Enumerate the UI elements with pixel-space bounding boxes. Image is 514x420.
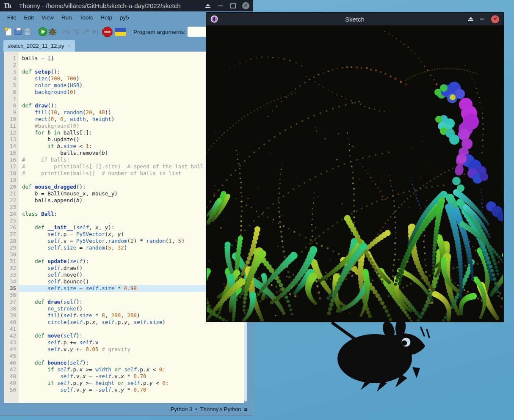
tab-sketch-file[interactable]: sketch_2022_11_12.py × bbox=[3, 40, 75, 52]
line-number: 44 bbox=[4, 346, 16, 353]
line-number: 16 bbox=[4, 156, 16, 163]
sketch-window: Sketch ✕ bbox=[206, 13, 503, 322]
line-number: 45 bbox=[4, 353, 16, 360]
line-number: 26 bbox=[4, 224, 16, 231]
line-number: 9 bbox=[4, 109, 16, 116]
line-number: 31 bbox=[4, 258, 16, 265]
step-into-button[interactable] bbox=[70, 26, 81, 37]
line-number: 21 bbox=[4, 190, 16, 197]
line-number: 23 bbox=[4, 204, 16, 211]
xfce-mouse-logo bbox=[329, 318, 438, 394]
line-number: 25 bbox=[4, 217, 16, 224]
line-number: 33 bbox=[4, 272, 16, 278]
line-number: 10 bbox=[4, 116, 16, 123]
line-number: 24 bbox=[4, 211, 16, 217]
menu-item-file[interactable]: File bbox=[3, 13, 20, 22]
menu-item-help[interactable]: Help bbox=[97, 13, 116, 22]
line-number: 11 bbox=[4, 123, 16, 129]
line-number: 19 bbox=[4, 177, 16, 184]
line-number: 38 bbox=[4, 305, 16, 312]
line-number: 42 bbox=[4, 332, 16, 339]
tab-label: sketch_2022_11_12.py bbox=[8, 43, 64, 49]
maximize-button[interactable] bbox=[229, 2, 237, 9]
program-arguments-label: Program arguments: bbox=[133, 29, 185, 35]
line-number: 7 bbox=[4, 96, 16, 102]
line-number: 27 bbox=[4, 231, 16, 238]
gutter: 1234567891011121314151617181920212223242… bbox=[4, 52, 19, 403]
line-number: 6 bbox=[4, 89, 16, 96]
code-line[interactable]: self.v.y = -self.v.y * 0.70 bbox=[22, 387, 244, 393]
line-number: 18 bbox=[4, 170, 16, 177]
debug-button[interactable] bbox=[47, 26, 58, 37]
thonny-titlebar[interactable]: Th Thonny - /home/villares/GitHub/sketch… bbox=[0, 0, 253, 11]
line-number: 3 bbox=[4, 69, 16, 75]
line-number: 13 bbox=[4, 136, 16, 143]
sketch-close-button[interactable]: ✕ bbox=[491, 15, 499, 23]
line-number: 1 bbox=[4, 55, 16, 62]
code-line[interactable]: def bounce(self): bbox=[22, 360, 244, 366]
line-number: 17 bbox=[4, 163, 16, 170]
line-number: 22 bbox=[4, 197, 16, 204]
stop-button[interactable]: STOP bbox=[102, 26, 113, 37]
shade-button[interactable] bbox=[204, 2, 211, 9]
line-number: 36 bbox=[4, 292, 16, 299]
code-line[interactable]: def move(self): bbox=[22, 332, 244, 339]
sketch-minimize-button[interactable] bbox=[480, 19, 484, 19]
interpreter-label: Python 3 bbox=[171, 406, 192, 412]
line-number: 12 bbox=[4, 129, 16, 136]
line-number: 30 bbox=[4, 251, 16, 258]
line-number: 4 bbox=[4, 75, 16, 82]
line-number: 20 bbox=[4, 184, 16, 190]
code-line[interactable]: self.v.x = -self.v.x * 0.70 bbox=[22, 373, 244, 380]
desktop-wallpaper: Th Thonny - /home/villares/GitHub/sketch… bbox=[0, 0, 514, 420]
menu-item-run[interactable]: Run bbox=[58, 13, 76, 22]
sketch-window-title: Sketch bbox=[206, 16, 503, 23]
menu-item-view[interactable]: View bbox=[38, 13, 58, 22]
line-number: 8 bbox=[4, 102, 16, 109]
backend-menu-icon[interactable]: ≡ bbox=[244, 406, 248, 413]
code-line[interactable]: self.v.y += 0.05 # gravity bbox=[22, 346, 244, 353]
code-line[interactable]: if self.p.x >= width or self.p.x < 0: bbox=[22, 366, 244, 373]
line-number: 50 bbox=[4, 387, 16, 393]
code-line[interactable]: self.p += self.v bbox=[22, 339, 244, 346]
menu-item-py5[interactable]: py5 bbox=[116, 13, 133, 22]
sketch-app-icon bbox=[210, 15, 218, 23]
line-number: 47 bbox=[4, 366, 16, 373]
svg-text:STOP: STOP bbox=[104, 31, 110, 33]
thonny-window-title: Thonny - /home/villares/GitHub/sketch-a-… bbox=[19, 2, 181, 9]
code-line[interactable] bbox=[22, 353, 244, 360]
line-number: 35 bbox=[4, 285, 16, 292]
line-number: 14 bbox=[4, 143, 16, 150]
line-number: 46 bbox=[4, 360, 16, 366]
close-button[interactable]: ✕ bbox=[242, 2, 249, 9]
sketch-titlebar[interactable]: Sketch ✕ bbox=[206, 13, 503, 25]
resume-button[interactable] bbox=[89, 26, 100, 37]
line-number: 49 bbox=[4, 380, 16, 387]
tab-close-icon[interactable]: × bbox=[67, 43, 70, 49]
thonny-app-icon: Th bbox=[4, 3, 11, 9]
line-number: 34 bbox=[4, 278, 16, 285]
line-number: 2 bbox=[4, 62, 16, 69]
line-number: 15 bbox=[4, 150, 16, 156]
menu-item-edit[interactable]: Edit bbox=[20, 13, 38, 22]
ukraine-flag-icon bbox=[115, 26, 126, 37]
line-number: 41 bbox=[4, 326, 16, 332]
save-button[interactable] bbox=[22, 26, 33, 37]
line-number: 28 bbox=[4, 238, 16, 244]
status-separator: • bbox=[195, 406, 197, 412]
backend-label[interactable]: Thonny's Python bbox=[200, 406, 241, 412]
code-line[interactable] bbox=[22, 326, 244, 332]
line-number: 40 bbox=[4, 319, 16, 326]
code-line[interactable]: if self.p.y >= height or self.p.y < 0: bbox=[22, 380, 244, 387]
sketch-canvas[interactable] bbox=[207, 25, 503, 321]
line-number: 5 bbox=[4, 82, 16, 89]
line-number: 37 bbox=[4, 299, 16, 305]
menu-item-tools[interactable]: Tools bbox=[76, 13, 97, 22]
sketch-shade-button[interactable] bbox=[468, 17, 473, 21]
line-number: 29 bbox=[4, 244, 16, 251]
status-bar: Python 3 • Thonny's Python ≡ bbox=[0, 403, 253, 415]
line-number: 39 bbox=[4, 312, 16, 319]
line-number: 48 bbox=[4, 373, 16, 380]
minimize-button[interactable] bbox=[217, 2, 224, 9]
line-number: 32 bbox=[4, 265, 16, 272]
